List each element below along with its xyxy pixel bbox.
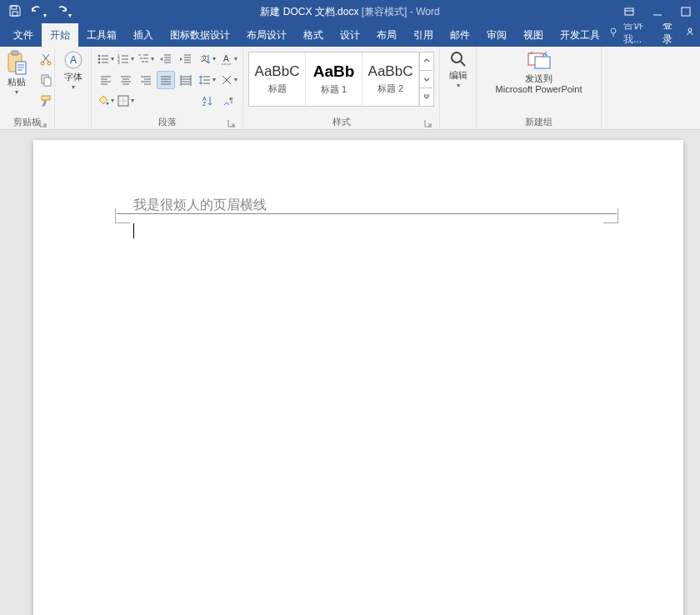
group-font: A 字体 ▾ <box>55 47 92 129</box>
svg-rect-12 <box>44 78 51 86</box>
svg-rect-1 <box>12 12 18 16</box>
text-direction-icon[interactable]: 文▾ <box>198 50 217 68</box>
header-boundary-mark <box>603 208 618 223</box>
dialog-launcher-icon[interactable] <box>228 119 236 128</box>
header-boundary-mark <box>115 208 130 223</box>
svg-point-16 <box>98 55 101 58</box>
svg-rect-7 <box>12 51 18 55</box>
shading-icon[interactable]: ▾ <box>97 92 115 110</box>
tab-references[interactable]: 引用 <box>405 23 442 47</box>
borders-icon[interactable]: ▾ <box>117 92 135 110</box>
tab-format[interactable]: 格式 <box>295 23 332 47</box>
cut-icon[interactable] <box>37 50 55 68</box>
svg-rect-2 <box>625 8 633 15</box>
tab-design[interactable]: 设计 <box>332 23 368 47</box>
svg-point-17 <box>98 58 101 61</box>
asian-layout-icon[interactable]: ▾ <box>220 71 238 89</box>
svg-rect-0 <box>12 6 17 9</box>
format-painter-icon[interactable] <box>37 92 55 110</box>
gallery-more-icon[interactable] <box>420 88 432 106</box>
tab-file[interactable]: 文件 <box>5 23 42 47</box>
share-icon[interactable] <box>685 27 695 39</box>
svg-text:A: A <box>223 54 229 63</box>
svg-point-18 <box>98 62 101 64</box>
svg-text:文: 文 <box>201 54 208 62</box>
tab-layout-design[interactable]: 布局设计 <box>238 23 295 47</box>
group-newgroup: 发送到Microsoft PowerPoint 新建组 <box>477 47 602 129</box>
svg-point-4 <box>611 28 616 33</box>
paste-button[interactable]: 粘贴 ▾ <box>0 50 33 96</box>
align-right-icon[interactable] <box>137 71 155 89</box>
undo-icon[interactable]: ▾ <box>30 4 47 20</box>
style-item[interactable]: AaBb 标题 1 <box>306 52 362 106</box>
tab-developer[interactable]: 开发工具 <box>552 23 608 47</box>
group-clipboard: 粘贴 ▾ 剪贴板 <box>0 47 55 129</box>
group-label-styles: 样式 <box>332 116 351 128</box>
style-item[interactable]: AaBbC 标题 2 <box>362 52 419 106</box>
minimize-icon[interactable] <box>643 0 672 23</box>
svg-text:¶: ¶ <box>229 96 233 104</box>
group-label-newgroup: 新建组 <box>525 116 552 128</box>
align-left-icon[interactable] <box>97 71 115 89</box>
copy-icon[interactable] <box>37 71 55 89</box>
tab-review[interactable]: 审阅 <box>478 23 515 47</box>
svg-rect-13 <box>42 96 50 100</box>
dialog-launcher-icon[interactable] <box>39 119 48 128</box>
svg-text:Z: Z <box>202 101 207 107</box>
editing-button[interactable]: 编辑 ▾ <box>442 50 475 89</box>
bullets-icon[interactable]: ▾ <box>97 50 115 68</box>
svg-rect-3 <box>682 8 690 16</box>
title-bar: ▾ ▾ 新建 DOCX 文档.docx [兼容模式] - Word <box>0 0 700 23</box>
group-editing: 编辑 ▾ <box>440 47 477 129</box>
align-center-icon[interactable] <box>117 71 135 89</box>
styles-gallery[interactable]: AaBbC 标题 AaBb 标题 1 AaBbC 标题 2 <box>248 52 434 107</box>
window-controls <box>615 0 700 23</box>
multilevel-list-icon[interactable]: ▾ <box>137 50 155 68</box>
line-spacing-icon[interactable]: ▾ <box>198 71 217 89</box>
tab-home[interactable]: 开始 <box>42 23 78 47</box>
lightbulb-icon <box>608 27 618 39</box>
tab-insert[interactable]: 插入 <box>125 23 162 47</box>
window-title: 新建 DOCX 文档.docx [兼容模式] - Word <box>260 5 439 19</box>
tab-view[interactable]: 视图 <box>515 23 552 47</box>
tab-layout[interactable]: 布局 <box>368 23 405 47</box>
redo-icon[interactable]: ▾ <box>55 4 72 20</box>
gallery-up-icon[interactable] <box>420 52 432 71</box>
send-to-powerpoint-button[interactable]: 发送到Microsoft PowerPoint <box>481 50 598 95</box>
tab-mailings[interactable]: 邮件 <box>442 23 478 47</box>
font-button[interactable]: A 字体 ▾ <box>57 50 90 91</box>
increase-indent-icon[interactable] <box>177 50 195 68</box>
dialog-launcher-icon[interactable] <box>424 119 432 128</box>
group-label-paragraph: 段落 <box>158 116 177 128</box>
ribbon-tabs: 文件 开始 工具箱 插入 图标数据设计 布局设计 格式 设计 布局 引用 邮件 … <box>0 23 700 47</box>
quick-access-toolbar: ▾ ▾ <box>0 4 72 20</box>
group-paragraph: ▾ 123▾ ▾ ▾ ▾ 文▾ <box>92 47 243 129</box>
svg-point-22 <box>107 102 109 105</box>
svg-text:A: A <box>69 54 76 66</box>
save-icon[interactable] <box>8 4 22 20</box>
header-text[interactable]: 我是很烦人的页眉横线 <box>133 197 267 214</box>
show-marks-icon[interactable]: ¶ <box>220 92 238 110</box>
distributed-icon[interactable] <box>177 71 195 89</box>
style-item[interactable]: AaBbC 标题 <box>249 52 306 106</box>
ribbon-display-icon[interactable] <box>615 0 643 23</box>
document-page[interactable]: 我是很烦人的页眉横线 <box>33 140 683 615</box>
numbering-icon[interactable]: 123▾ <box>117 50 135 68</box>
group-label-clipboard: 剪贴板 <box>13 116 41 128</box>
group-styles: AaBbC 标题 AaBb 标题 1 AaBbC 标题 2 <box>243 47 440 129</box>
maximize-icon[interactable] <box>672 0 700 23</box>
text-cursor <box>133 223 134 238</box>
svg-point-5 <box>688 28 692 32</box>
gallery-down-icon[interactable] <box>420 71 432 89</box>
sort-icon[interactable]: AZ <box>198 92 217 110</box>
justify-icon[interactable] <box>157 71 175 89</box>
decrease-indent-icon[interactable] <box>157 50 175 68</box>
svg-text:3: 3 <box>118 60 120 65</box>
header-rule-line <box>117 213 617 214</box>
snap-to-grid-icon[interactable]: A▾ <box>220 50 238 68</box>
tab-chart-data-design[interactable]: 图标数据设计 <box>162 23 238 47</box>
tab-toolbox[interactable]: 工具箱 <box>78 23 125 47</box>
svg-point-29 <box>452 52 462 62</box>
ribbon: 粘贴 ▾ 剪贴板 A 字体 ▾ ▾ <box>0 47 700 130</box>
document-workspace[interactable]: 我是很烦人的页眉横线 <box>0 130 700 615</box>
